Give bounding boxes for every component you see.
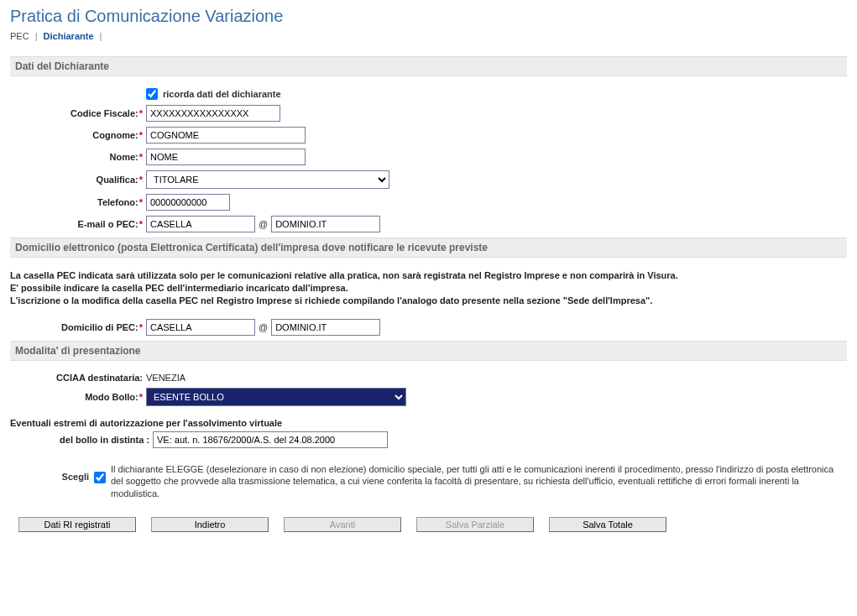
scegli-checkbox[interactable]	[94, 472, 106, 483]
qualifica-select[interactable]: TITOLARE	[146, 170, 389, 189]
label-scegli: Scegli	[10, 463, 94, 482]
dati-ri-registrati-button[interactable]: Dati RI registrati	[18, 517, 136, 532]
remember-checkbox[interactable]	[146, 88, 158, 100]
section-dati-dichiarante: Dati del Dichiarante	[10, 56, 847, 76]
email-local-input[interactable]	[146, 216, 255, 232]
at-symbol: @	[259, 219, 268, 229]
at-symbol: @	[259, 322, 268, 332]
cciaa-value: VENEZIA	[146, 373, 186, 383]
scegli-text: Il dichiarante ELEGGE (deselezionare in …	[106, 463, 847, 501]
breadcrumb-sep: |	[100, 31, 102, 41]
section-domicilio-elettronico: Domicilio elettronico (posta Elettronica…	[10, 238, 847, 258]
cognome-input[interactable]	[146, 127, 306, 144]
indietro-button[interactable]: Indietro	[151, 517, 269, 532]
page-title: Pratica di Comunicazione Variazione	[10, 7, 847, 26]
email-domain-input[interactable]	[271, 216, 380, 232]
distinta-input[interactable]	[153, 431, 388, 448]
estremi-header: Eventuali estremi di autorizzazione per …	[10, 418, 847, 428]
telefono-input[interactable]	[146, 194, 230, 211]
label-domicilio-pec: Domicilio di PEC:*	[10, 322, 146, 332]
avanti-button[interactable]: Avanti	[284, 517, 401, 532]
info-text-pec: La casella PEC indicata sarà utilizzata …	[10, 269, 847, 307]
label-nome: Nome:*	[10, 152, 146, 162]
label-distinta: del bollo in distinta :	[10, 435, 153, 445]
nome-input[interactable]	[146, 149, 306, 165]
modo-bollo-select[interactable]: ESENTE BOLLO	[146, 388, 406, 406]
remember-label: ricorda dati del dichiarante	[163, 89, 281, 99]
breadcrumb-dichiarante[interactable]: Dichiarante	[44, 31, 94, 41]
breadcrumb: PEC | Dichiarante |	[10, 31, 847, 41]
domicilio-pec-local-input[interactable]	[146, 319, 255, 336]
label-modo-bollo: Modo Bollo:*	[10, 392, 146, 402]
breadcrumb-sep: |	[35, 31, 38, 41]
label-cciaa: CCIAA destinataria:	[10, 373, 146, 383]
section-modalita-presentazione: Modalita' di presentazione	[10, 341, 847, 361]
domicilio-pec-domain-input[interactable]	[271, 319, 380, 336]
label-email-pec: E-mail o PEC:*	[10, 219, 146, 229]
codice-fiscale-input[interactable]	[146, 105, 280, 122]
salva-parziale-button[interactable]: Salva Parziale	[416, 517, 534, 532]
label-codice-fiscale: Codice Fiscale:*	[10, 108, 146, 118]
label-cognome: Cognome:*	[10, 130, 146, 140]
label-qualifica: Qualifica:*	[10, 175, 146, 185]
breadcrumb-pec[interactable]: PEC	[10, 31, 29, 41]
label-telefono: Telefono:*	[10, 197, 146, 207]
salva-totale-button[interactable]: Salva Totale	[549, 517, 666, 532]
button-bar: Dati RI registrati Indietro Avanti Salva…	[10, 517, 847, 532]
